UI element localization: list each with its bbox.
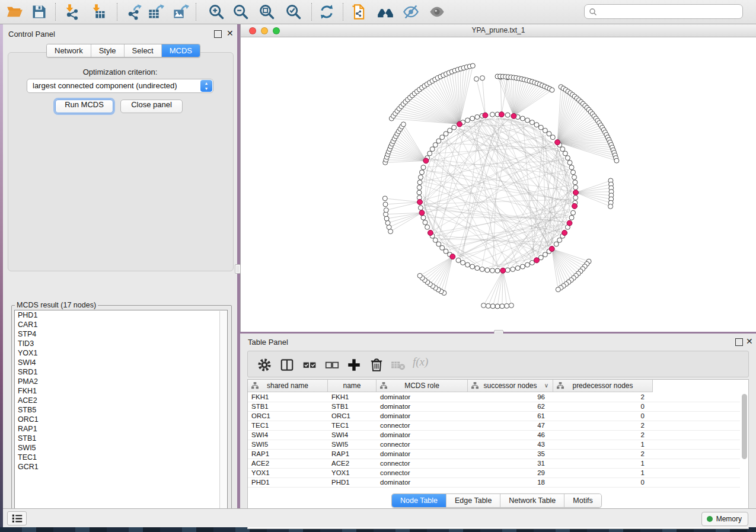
table-row[interactable]: TEC1TEC1connector472 — [248, 421, 740, 431]
column-header-predecessor-nodes[interactable]: predecessor nodes — [553, 380, 653, 392]
table-scrollbar-thumb[interactable] — [742, 394, 747, 459]
import-network-icon[interactable] — [63, 4, 80, 20]
cell-mcds_role: connector — [380, 440, 464, 449]
mcds-result-item[interactable]: SRD1 — [15, 367, 227, 377]
delete-column-icon[interactable] — [369, 357, 384, 373]
search-box[interactable] — [584, 4, 743, 19]
cell-mcds_role: dominator — [380, 430, 464, 440]
shared-column-icon — [471, 382, 479, 389]
export-table-icon[interactable] — [148, 4, 164, 20]
column-header-MCDS-role[interactable]: MCDS role — [377, 380, 468, 392]
network-window-title: YPA_prune.txt_1 — [241, 24, 756, 37]
mcds-result-item[interactable]: TEC1 — [15, 453, 227, 462]
task-history-button[interactable] — [7, 511, 27, 525]
close-panel-button[interactable]: Close panel — [120, 100, 183, 113]
tab-style[interactable]: Style — [91, 44, 125, 57]
column-header-successor-nodes[interactable]: successor nodes∨ — [468, 380, 553, 392]
share-document-icon[interactable] — [350, 4, 367, 20]
float-window-icon[interactable] — [735, 338, 743, 346]
network-graph[interactable] — [241, 37, 756, 331]
mcds-result-item[interactable]: FKH1 — [15, 386, 227, 396]
column-header-shared-name[interactable]: shared name — [248, 380, 328, 392]
binoculars-icon[interactable] — [377, 4, 394, 20]
cell-predecessor_nodes: 1 — [557, 440, 645, 449]
main-toolbar — [0, 0, 756, 24]
column-header-label: shared name — [267, 382, 308, 390]
settings-gear-icon[interactable] — [257, 357, 272, 373]
zoom-in-icon[interactable] — [208, 4, 225, 20]
mcds-result-item[interactable]: YOX1 — [15, 348, 227, 358]
table-row[interactable]: SWI4SWI4dominator462 — [248, 430, 740, 440]
column-header-name[interactable]: name — [328, 380, 377, 392]
delete-table-icon[interactable] — [390, 357, 406, 373]
import-table-icon[interactable] — [90, 4, 107, 20]
memory-button[interactable]: Memory — [701, 512, 748, 526]
cell-name: YOX1 — [331, 468, 373, 477]
mcds-result-item[interactable]: SWI5 — [15, 443, 227, 453]
cell-predecessor_nodes: 2 — [557, 430, 645, 440]
column-visibility-icon[interactable] — [279, 357, 295, 373]
export-image-icon[interactable] — [173, 4, 189, 20]
deselect-all-icon[interactable] — [324, 357, 340, 373]
mcds-result-item[interactable]: GCR1 — [15, 462, 227, 472]
eye-slash-icon[interactable] — [403, 4, 419, 20]
mcds-result-item[interactable]: RAP1 — [15, 424, 227, 434]
mcds-result-item[interactable]: TID3 — [15, 339, 227, 348]
table-row[interactable]: PHD1PHD1dominator180 — [248, 477, 740, 488]
tab-network-table[interactable]: Network Table — [500, 494, 564, 507]
shared-column-icon — [251, 382, 259, 389]
column-header-label: successor nodes — [483, 382, 537, 390]
search-input[interactable] — [600, 5, 739, 19]
tab-network[interactable]: Network — [47, 44, 91, 57]
add-column-icon[interactable] — [346, 357, 362, 373]
column-header-label: MCDS role — [404, 382, 439, 390]
close-panel-icon[interactable]: ✕ — [227, 30, 234, 37]
save-floppy-icon[interactable] — [31, 4, 47, 20]
cell-shared_name: ORC1 — [251, 411, 324, 421]
zoom-out-icon[interactable] — [232, 4, 249, 20]
tab-node-table[interactable]: Node Table — [392, 494, 446, 507]
mcds-result-item[interactable]: STB1 — [15, 434, 227, 443]
zoom-fit-icon[interactable] — [259, 4, 275, 20]
network-canvas[interactable] — [241, 37, 756, 331]
cell-shared_name: PHD1 — [251, 477, 324, 487]
network-window-titlebar[interactable]: YPA_prune.txt_1 — [241, 24, 756, 37]
maximize-window-light[interactable] — [273, 27, 280, 34]
close-panel-icon[interactable]: ✕ — [746, 338, 753, 345]
zoom-selected-icon[interactable] — [285, 4, 302, 20]
mcds-result-item[interactable]: CAR1 — [15, 320, 227, 329]
cell-successor_nodes: 96 — [471, 392, 545, 402]
column-header-label: predecessor nodes — [572, 382, 633, 390]
run-mcds-button[interactable]: Run MCDS — [55, 100, 113, 113]
mcds-result-item[interactable]: PMA2 — [15, 377, 227, 386]
table-row[interactable]: ORC1ORC1dominator610 — [248, 411, 740, 421]
table-row[interactable]: YOX1YOX1connector291 — [248, 468, 740, 478]
tab-select[interactable]: Select — [125, 44, 162, 57]
close-window-light[interactable] — [249, 27, 256, 34]
function-builder-icon[interactable]: f(x) — [413, 355, 428, 368]
mcds-result-item[interactable]: STP4 — [15, 329, 227, 339]
table-row[interactable]: SWI5SWI5connector431 — [248, 440, 740, 450]
tab-edge-table[interactable]: Edge Table — [446, 494, 500, 507]
mcds-result-item[interactable]: PHD1 — [15, 310, 227, 320]
table-row[interactable]: FKH1FKH1dominator962 — [248, 392, 740, 402]
table-row[interactable]: STB1STB1dominator620 — [248, 402, 740, 412]
select-all-icon[interactable] — [302, 357, 317, 373]
table-row[interactable]: RAP1RAP1dominator352 — [248, 449, 740, 459]
mcds-list-scrollbar[interactable] — [219, 311, 227, 518]
float-window-icon[interactable] — [214, 30, 222, 38]
table-row[interactable]: ACE2ACE2connector311 — [248, 459, 740, 469]
open-folder-icon[interactable] — [7, 4, 23, 20]
eye-icon[interactable] — [429, 4, 445, 20]
mcds-result-item[interactable]: SWI4 — [15, 358, 227, 367]
mcds-result-item[interactable]: ORC1 — [15, 415, 227, 424]
mcds-result-item[interactable]: STB5 — [15, 405, 227, 415]
export-network-icon[interactable] — [126, 4, 142, 20]
criterion-select[interactable]: largest connected component (undirected)… — [27, 79, 213, 93]
mcds-result-item[interactable]: ACE2 — [15, 396, 227, 405]
tab-mcds[interactable]: MCDS — [162, 44, 200, 57]
refresh-icon[interactable] — [318, 4, 335, 20]
mcds-result-list[interactable]: PHD1CAR1STP4TID3YOX1SWI4SRD1PMA2FKH1ACE2… — [14, 310, 228, 518]
tab-motifs[interactable]: Motifs — [564, 494, 601, 507]
minimize-window-light[interactable] — [261, 27, 268, 34]
